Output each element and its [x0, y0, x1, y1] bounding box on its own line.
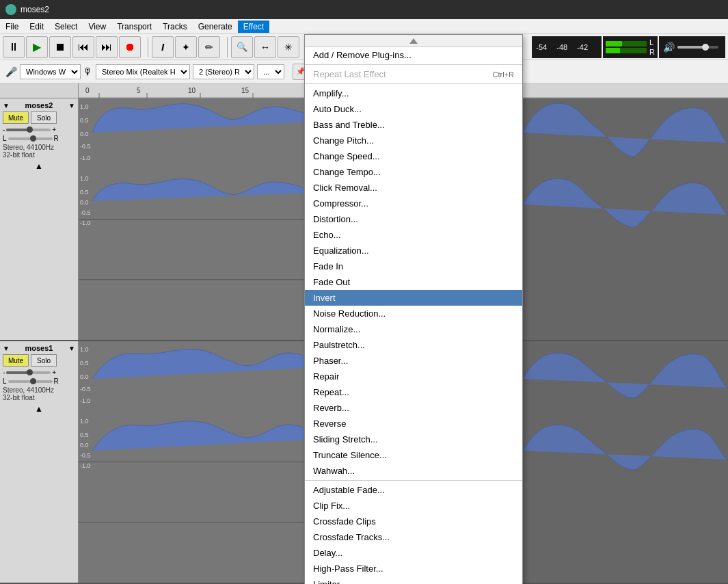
svg-text:-0.5: -0.5: [80, 386, 91, 393]
menu-crossfade-tracks[interactable]: Crossfade Tracks...: [305, 529, 522, 545]
menu-fade-out[interactable]: Fade Out: [305, 274, 522, 290]
separator-1: [305, 64, 522, 65]
envelope-tool-button[interactable]: ✦: [175, 36, 197, 58]
multi-tool-button[interactable]: ✳: [278, 36, 299, 58]
selection-tool-button[interactable]: I: [152, 36, 174, 58]
menu-fade-in[interactable]: Fade In: [305, 258, 522, 274]
menu-compressor[interactable]: Compressor...: [305, 196, 522, 211]
timeshift-tool-button[interactable]: ↔: [254, 36, 276, 58]
track-1-name: moses2: [25, 101, 53, 109]
skip-back-button[interactable]: ⏮: [72, 36, 94, 58]
track-1-gain-slider[interactable]: [6, 129, 51, 131]
track-1-expand-btn[interactable]: ▲: [3, 161, 75, 171]
svg-text:1.0: 1.0: [80, 418, 89, 425]
vu-db-label-3: -42: [577, 43, 588, 51]
vu-r-label: R: [649, 48, 655, 56]
svg-text:0.5: 0.5: [80, 189, 89, 196]
track-2-mute-btn[interactable]: Mute: [3, 354, 29, 367]
input-device-select[interactable]: Stereo Mix (Realtek H: [96, 64, 190, 79]
menu-wahwah[interactable]: Wahwah...: [305, 463, 522, 479]
svg-text:1.0: 1.0: [80, 346, 89, 353]
menu-change-pitch[interactable]: Change Pitch...: [305, 133, 522, 148]
menu-phaser[interactable]: Phaser...: [305, 353, 522, 369]
menu-adjustable-fade[interactable]: Adjustable Fade...: [305, 482, 522, 498]
track-1-collapse-btn[interactable]: ▼: [3, 102, 10, 109]
menu-amplify[interactable]: Amplify...: [305, 85, 522, 101]
menu-noise-reduction[interactable]: Noise Reduction...: [305, 306, 522, 321]
track-1-solo-btn[interactable]: Solo: [31, 111, 57, 124]
menu-change-tempo[interactable]: Change Tempo...: [305, 164, 522, 180]
track-1-pan-l: L: [3, 135, 7, 142]
svg-text:0.0: 0.0: [80, 442, 89, 449]
output-device-select[interactable]: ...: [257, 64, 284, 79]
track-2-solo-btn[interactable]: Solo: [31, 354, 57, 367]
menu-crossfade-clips[interactable]: Crossfade Clips: [305, 514, 522, 529]
menu-limiter[interactable]: Limiter: [305, 576, 522, 584]
dropdown-header: [305, 35, 522, 47]
record-button[interactable]: ⏺: [119, 36, 141, 58]
ruler-left-spacer: [0, 83, 79, 98]
menu-repair[interactable]: Repair: [305, 369, 522, 384]
volume-slider-thumb[interactable]: [702, 44, 709, 51]
menu-invert[interactable]: Invert: [305, 290, 522, 306]
pause-button[interactable]: ⏸: [3, 36, 25, 58]
track-1-mute-btn[interactable]: Mute: [3, 111, 29, 124]
menu-auto-duck[interactable]: Auto Duck...: [305, 101, 522, 117]
svg-text:-0.5: -0.5: [80, 143, 91, 150]
draw-tool-button[interactable]: ✏: [198, 36, 220, 58]
vu-l-label: L: [649, 38, 655, 47]
menu-paulstretch[interactable]: Paulstretch...: [305, 337, 522, 353]
skip-forward-button[interactable]: ⏭: [96, 36, 118, 58]
zoom-tool-button[interactable]: 🔍: [231, 36, 253, 58]
menu-echo[interactable]: Echo...: [305, 227, 522, 243]
track-2-collapse-btn[interactable]: ▼: [3, 345, 10, 352]
menu-effect[interactable]: Effect: [238, 21, 269, 33]
menu-truncate-silence[interactable]: Truncate Silence...: [305, 447, 522, 463]
stop-button[interactable]: ⏹: [49, 36, 71, 58]
track-2-pan-l: L: [3, 377, 7, 385]
track-2-menu-btn[interactable]: ▼: [68, 345, 75, 352]
menu-distortion[interactable]: Distortion...: [305, 211, 522, 227]
host-device-select[interactable]: Windows W: [20, 64, 81, 79]
menu-click-removal[interactable]: Click Removal...: [305, 180, 522, 196]
track-1-controls: ▼ moses2 ▼ Mute Solo - +: [0, 98, 79, 340]
track-1-pan-slider[interactable]: [8, 137, 53, 140]
svg-text:10: 10: [188, 87, 196, 94]
separator-2: [305, 83, 522, 84]
menu-view[interactable]: View: [83, 21, 111, 33]
menu-delay[interactable]: Delay...: [305, 545, 522, 561]
menu-reverse[interactable]: Reverse: [305, 416, 522, 432]
menu-tracks[interactable]: Tracks: [157, 21, 193, 33]
mic2-icon: 🎙: [83, 66, 93, 77]
menu-generate[interactable]: Generate: [193, 21, 238, 33]
track-2-gain-slider[interactable]: [6, 371, 51, 374]
track-1-pan-r: R: [54, 135, 59, 142]
menu-select[interactable]: Select: [49, 21, 83, 33]
menu-transport[interactable]: Transport: [111, 21, 157, 33]
menu-bass-treble[interactable]: Bass and Treble...: [305, 117, 522, 133]
menu-change-speed[interactable]: Change Speed...: [305, 148, 522, 164]
menu-sliding-stretch[interactable]: Sliding Stretch...: [305, 432, 522, 447]
play-button[interactable]: ▶: [26, 36, 48, 58]
menu-file[interactable]: File: [0, 21, 24, 33]
track-2-pan-slider[interactable]: [8, 380, 53, 383]
menu-reverb[interactable]: Reverb...: [305, 400, 522, 416]
track-2-expand-btn[interactable]: ▲: [3, 404, 75, 414]
track-1-menu-btn[interactable]: ▼: [68, 102, 75, 109]
svg-text:0.0: 0.0: [80, 373, 89, 380]
menu-normalize[interactable]: Normalize...: [305, 321, 522, 337]
toolbar-separator-1: [144, 37, 148, 57]
track-2-pan-r: R: [54, 377, 59, 385]
dropdown-scroll-up[interactable]: [409, 38, 418, 44]
menu-repeat[interactable]: Repeat...: [305, 384, 522, 400]
svg-text:0.0: 0.0: [80, 131, 89, 137]
menu-clip-fix[interactable]: Clip Fix...: [305, 498, 522, 514]
menu-add-remove-plugins[interactable]: Add / Remove Plug-ins...: [305, 47, 522, 63]
menu-highpass-filter[interactable]: High-Pass Filter...: [305, 561, 522, 576]
menu-equalization[interactable]: Equalization...: [305, 243, 522, 258]
channel-select[interactable]: 2 (Stereo) R: [193, 64, 254, 79]
track-2-gain-plus: +: [52, 369, 56, 376]
menu-edit[interactable]: Edit: [24, 21, 49, 33]
svg-text:15: 15: [241, 87, 250, 94]
effect-dropdown-menu: Add / Remove Plug-ins... Repeat Last Eff…: [304, 34, 523, 584]
